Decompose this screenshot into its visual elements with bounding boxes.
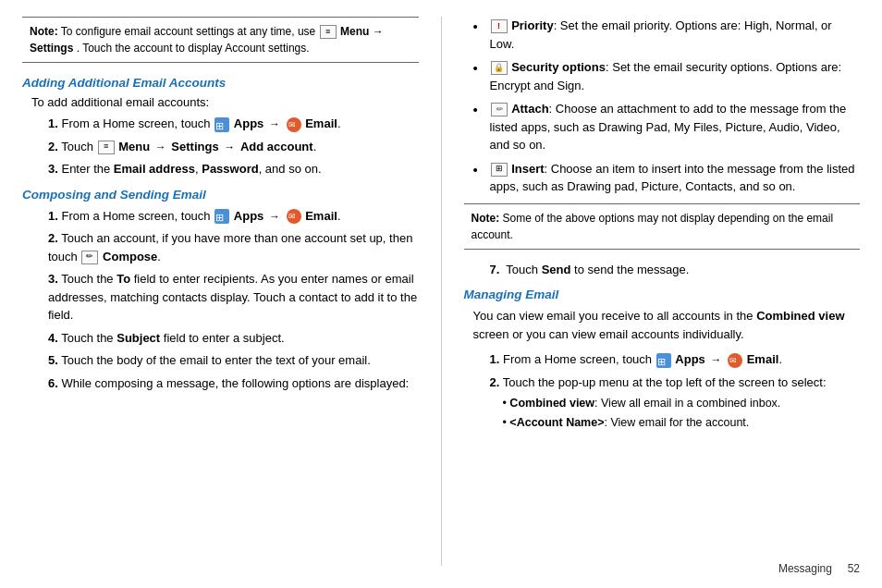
- sub-bullets-s3: • Combined view: View all email in a com…: [503, 395, 861, 432]
- menu-icon-s1-2: ≡: [98, 141, 115, 154]
- step-2-2: 2. Touch an account, if you have more th…: [48, 229, 419, 265]
- password-bold: Password: [202, 162, 258, 176]
- step-2-4: 4. Touch the Subject field to enter a su…: [48, 329, 419, 348]
- note-label-right: Note:: [472, 212, 500, 225]
- step-1-1-num: 1.: [48, 116, 58, 130]
- footer-label: Messaging: [778, 562, 832, 575]
- footer-page: 52: [848, 562, 860, 575]
- security-icon: 🔒: [491, 61, 508, 75]
- arrow-note: →: [373, 25, 384, 38]
- email-icon-s1-1: [287, 117, 301, 132]
- step-3-2: 2. Touch the pop-up menu at the top left…: [490, 374, 861, 432]
- step-7: 7. Touch Send to send the message.: [490, 261, 861, 279]
- email-label-s1-1: Email: [305, 116, 337, 130]
- sub-bullet-combined: • Combined view: View all email in a com…: [503, 395, 861, 412]
- note-text2: . Touch the account to display Account s…: [77, 42, 310, 55]
- compose-icon-s2: ✏: [81, 251, 98, 264]
- step-1-2: 2. Touch ≡ Menu → Settings → Add account…: [48, 138, 419, 156]
- bullet-priority: • ! Priority: Set the email priority. Op…: [473, 17, 861, 53]
- step-1-2-num: 2.: [48, 140, 58, 153]
- insert-icon: ⊞: [491, 163, 508, 177]
- menu-label-note: Menu: [340, 25, 369, 38]
- bullet-attach: • ✏ Attach: Choose an attachment to add …: [473, 100, 861, 154]
- left-column: Note: To configure email account setting…: [22, 17, 442, 566]
- step-1-3: 3. Enter the Email address, Password, an…: [48, 160, 419, 178]
- bullet-security: • 🔒 Security options: Set the email secu…: [473, 58, 861, 94]
- settings-s1-2: Settings: [171, 140, 218, 153]
- step-1-3-num: 3.: [48, 162, 58, 176]
- note-box-left: Note: To configure email account setting…: [22, 17, 419, 63]
- email-icon-s3-1: [728, 353, 742, 368]
- right-column: • ! Priority: Set the email priority. Op…: [442, 17, 861, 566]
- note-text-right: Some of the above options may not displa…: [472, 212, 834, 241]
- apps-label-s1-1: Apps: [234, 116, 264, 130]
- email-address-bold: Email address: [114, 162, 195, 176]
- section1-intro: To add additional email accounts:: [31, 95, 419, 109]
- step-1-1: 1. From a Home screen, touch Apps → Emai…: [48, 115, 419, 133]
- apps-icon-s3-1: [656, 353, 671, 368]
- add-account-s1-2: Add account: [240, 140, 313, 153]
- note-box-right: Note: Some of the above options may not …: [464, 203, 861, 250]
- settings-label-note: Settings: [30, 42, 73, 55]
- step-2-5: 5. Touch the body of the email to enter …: [48, 351, 419, 370]
- step-2-3: 3. Touch the To field to enter recipient…: [48, 270, 419, 325]
- bullet-insert: • ⊞ Insert: Choose an item to insert int…: [473, 160, 861, 196]
- section1-steps: 1. From a Home screen, touch Apps → Emai…: [48, 115, 419, 178]
- section2-steps: 1. From a Home screen, touch Apps → Emai…: [48, 207, 419, 393]
- attach-icon: ✏: [491, 103, 508, 116]
- section3-steps: 1. From a Home screen, touch Apps → Emai…: [490, 350, 861, 432]
- section3-intro: You can view email you receive to all ac…: [473, 307, 861, 343]
- step-2-1: 1. From a Home screen, touch Apps → Emai…: [48, 207, 419, 226]
- step-3-1: 1. From a Home screen, touch Apps → Emai…: [490, 350, 861, 369]
- note-label: Note:: [30, 25, 58, 38]
- page: Note: To configure email account setting…: [0, 0, 882, 588]
- apps-icon-s1-1: [214, 117, 229, 132]
- priority-icon: !: [491, 19, 508, 33]
- step-2-6: 6. While composing a message, the follow…: [48, 374, 419, 393]
- options-list: • ! Priority: Set the email priority. Op…: [473, 17, 861, 196]
- section3-title: Managing Email: [464, 288, 861, 301]
- menu-label-s1-2: Menu: [118, 140, 150, 153]
- section1-title: Adding Additional Email Accounts: [22, 76, 419, 90]
- apps-icon-s2-1: [214, 209, 229, 224]
- menu-icon-note: ≡: [320, 25, 337, 39]
- sub-bullet-account: • <Account Name>: View email for the acc…: [503, 414, 861, 432]
- page-footer: Messaging 52: [778, 562, 860, 575]
- note-text: To configure email account settings at a…: [61, 25, 315, 38]
- email-icon-s2-1: [287, 209, 301, 224]
- section2-title: Composing and Sending Email: [22, 188, 419, 202]
